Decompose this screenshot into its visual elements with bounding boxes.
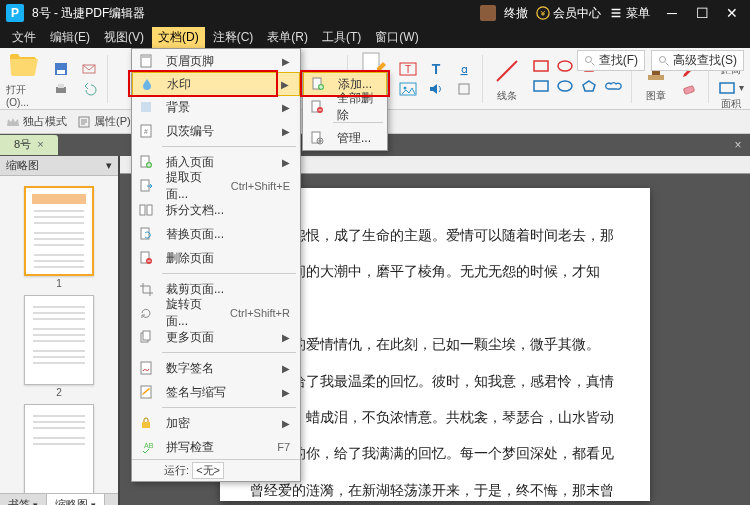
sound-icon[interactable]: [426, 80, 446, 98]
doc-line: 就在时间的大潮中，磨平了棱角。无尤无怨的时候，才知道，: [250, 254, 620, 327]
svg-rect-25: [720, 83, 734, 93]
manage-icon: [310, 131, 324, 145]
menu-insert-page[interactable]: 插入页面▶: [132, 150, 300, 174]
menu-rotate-page[interactable]: 旋转页面...Ctrl+Shift+R: [132, 301, 300, 325]
main-menu-button[interactable]: 菜单: [609, 5, 650, 22]
menu-view[interactable]: 视图(V): [98, 27, 150, 48]
line-group[interactable]: 线条: [491, 55, 523, 103]
thumb-page-2[interactable]: [24, 295, 94, 385]
svg-rect-45: [142, 422, 150, 428]
menu-bates-number[interactable]: #贝茨编号▶: [132, 119, 300, 143]
shape-rect-icon[interactable]: [531, 57, 551, 75]
menu-document[interactable]: 文档(D): [152, 27, 205, 48]
menu-sign-flatten[interactable]: 签名与缩写▶: [132, 380, 300, 404]
text-tool-icon[interactable]: T: [426, 60, 446, 78]
search-icon: [584, 55, 596, 67]
doc-line: 时光走，蜡成泪，不负浓情意。共枕衾，琴瑟合，山水皆动: [250, 400, 620, 436]
window-title: 8号 - 迅捷PDF编辑器: [32, 5, 145, 22]
menu-delete-page[interactable]: 删除页面: [132, 246, 300, 270]
eraser-icon[interactable]: [680, 80, 700, 98]
signature-icon: [139, 361, 153, 375]
menu-replace-page[interactable]: 替换页面...: [132, 222, 300, 246]
tab-close-icon[interactable]: ×: [37, 138, 43, 150]
svg-point-3: [660, 56, 666, 62]
menu-annotate[interactable]: 注释(C): [207, 27, 260, 48]
svg-rect-43: [141, 362, 151, 374]
area-icon: [717, 81, 737, 95]
menu-file[interactable]: 文件: [6, 27, 42, 48]
svg-rect-9: [363, 53, 379, 73]
add-icon: [311, 77, 325, 91]
menu-watermark[interactable]: 水印▶: [132, 72, 300, 96]
shape-circle-fill-icon[interactable]: [555, 77, 575, 95]
menu-tools[interactable]: 工具(T): [316, 27, 367, 48]
remove-all-icon: [310, 100, 324, 114]
exclusive-mode-button[interactable]: 独占模式: [6, 114, 67, 129]
doc-line: ，怨着的爱情情仇，在此刻，已如一颗尘埃，微乎其微。: [250, 327, 620, 363]
tab-bookmarks[interactable]: 书签 ▾: [0, 494, 47, 505]
svg-rect-24: [683, 85, 694, 94]
line-icon: [493, 57, 521, 85]
zhongche-button[interactable]: 终撤: [504, 5, 528, 22]
advanced-find-button[interactable]: 高级查找(S): [651, 50, 744, 71]
pages-icon: [139, 330, 153, 344]
tab-close-all-icon[interactable]: ×: [730, 137, 746, 153]
svg-rect-42: [143, 331, 150, 340]
menu-runline[interactable]: 运行: <无>: [132, 459, 300, 481]
tab-thumbnails[interactable]: 缩略图 ▾: [47, 494, 105, 505]
submenu-manage[interactable]: 管理...: [303, 126, 387, 150]
menubar: 文件 编辑(E) 视图(V) 文档(D) 注释(C) 表单(R) 工具(T) 窗…: [0, 26, 750, 48]
menu-digital-signature[interactable]: 数字签名▶: [132, 356, 300, 380]
menu-more-page[interactable]: 更多页面▶: [132, 325, 300, 349]
save-icon[interactable]: [51, 60, 71, 78]
print-icon[interactable]: [51, 80, 71, 98]
link-a-icon[interactable]: ɑ: [454, 60, 474, 78]
open-group[interactable]: 打开(O)...: [6, 49, 43, 108]
close-button[interactable]: ✕: [724, 5, 740, 21]
member-center-button[interactable]: ¥ 会员中心: [536, 5, 601, 22]
minimize-button[interactable]: ─: [664, 5, 680, 21]
spellcheck-icon: ABC: [139, 440, 153, 454]
hamburger-icon: [609, 6, 623, 20]
menu-form[interactable]: 表单(R): [261, 27, 314, 48]
menu-window[interactable]: 窗口(W): [369, 27, 424, 48]
thumb-page-1[interactable]: [24, 186, 94, 276]
rotate-icon: [139, 306, 153, 320]
avatar[interactable]: [480, 5, 496, 21]
submenu-remove-all[interactable]: 全部删除: [303, 95, 387, 119]
svg-text:T: T: [405, 64, 411, 75]
image-box-icon[interactable]: [398, 80, 418, 98]
shape-circle-icon[interactable]: [555, 57, 575, 75]
thumb-label-2: 2: [56, 387, 62, 398]
main-area: 缩略图 ▾ 1 2: [0, 156, 750, 505]
thumb-page-3[interactable]: [24, 404, 94, 493]
doc-tab[interactable]: 8号×: [0, 135, 58, 155]
shape-cloud-fill-icon[interactable]: [603, 77, 623, 95]
crown-icon: [6, 116, 20, 128]
menu-crop-page[interactable]: 裁剪页面...: [132, 277, 300, 301]
menu-edit[interactable]: 编辑(E): [44, 27, 96, 48]
find-button[interactable]: 查找(F): [577, 50, 645, 71]
text-box-icon[interactable]: T: [398, 60, 418, 78]
svg-point-2: [585, 56, 591, 62]
thumb-label-1: 1: [56, 278, 62, 289]
menu-encrypt[interactable]: 加密▶: [132, 411, 300, 435]
undo-icon[interactable]: [79, 80, 99, 98]
menu-extract-page[interactable]: 提取页面...Ctrl+Shift+E: [132, 174, 300, 198]
sidebar-menu-icon[interactable]: ▾: [106, 159, 112, 172]
menu-spellcheck[interactable]: ABC拼写检查F7: [132, 435, 300, 459]
menu-background[interactable]: 背景▶: [132, 95, 300, 119]
menu-split-doc[interactable]: 拆分文档...: [132, 198, 300, 222]
maximize-button[interactable]: ☐: [694, 5, 710, 21]
svg-text:ɑ: ɑ: [461, 63, 468, 75]
menu-header-footer[interactable]: 页眉页脚▶: [132, 49, 300, 73]
extract-icon: [139, 179, 153, 193]
shape-rect-fill-icon[interactable]: [531, 77, 551, 95]
svg-rect-37: [147, 205, 152, 215]
insert-icon: [139, 155, 153, 169]
mail-icon[interactable]: [79, 60, 99, 78]
shape-poly-fill-icon[interactable]: [579, 77, 599, 95]
lock-icon: [139, 416, 153, 430]
number-icon: #: [139, 124, 153, 138]
attach-icon[interactable]: [454, 80, 474, 98]
